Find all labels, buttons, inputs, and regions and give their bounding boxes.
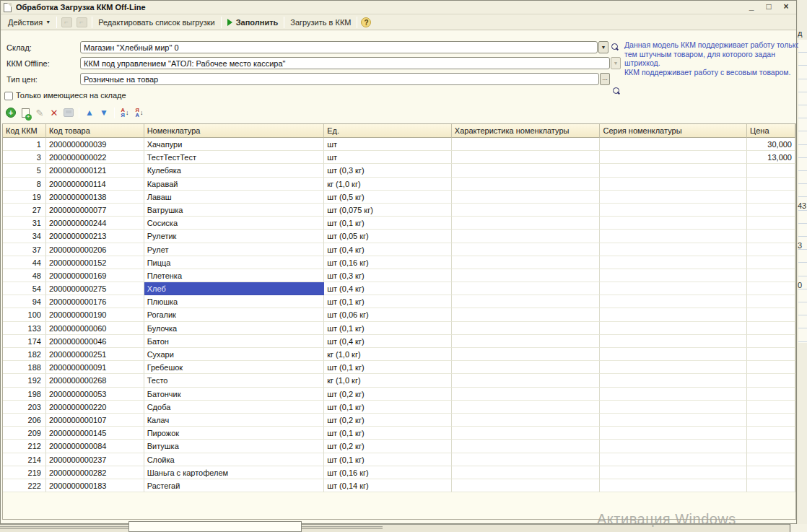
table-cell[interactable]: 2000000000152 bbox=[46, 256, 144, 269]
table-cell[interactable]: 94 bbox=[3, 295, 46, 308]
column-header[interactable]: Ед. bbox=[324, 124, 452, 138]
table-cell[interactable]: шт (0,1 кг) bbox=[324, 401, 452, 414]
table-cell[interactable]: 44 bbox=[3, 256, 46, 269]
table-cell[interactable]: 31 bbox=[3, 217, 46, 230]
table-row[interactable]: 342000000000213Рулетикшт (0,05 кг) bbox=[3, 230, 795, 243]
table-cell[interactable]: 54 bbox=[3, 282, 46, 295]
table-cell[interactable]: 212 bbox=[3, 440, 46, 453]
table-row[interactable]: 1982000000000053Батончикшт (0,2 кг) bbox=[3, 388, 795, 401]
table-cell[interactable] bbox=[600, 348, 747, 361]
table-cell[interactable] bbox=[600, 361, 747, 374]
table-cell[interactable]: шт (0,3 кг) bbox=[324, 164, 452, 177]
table-cell[interactable] bbox=[747, 479, 795, 492]
table-cell[interactable] bbox=[747, 388, 795, 401]
table-cell[interactable]: шт bbox=[324, 138, 452, 151]
table-cell[interactable] bbox=[452, 427, 601, 440]
table-cell[interactable]: шт (0,1 кг) bbox=[324, 453, 452, 466]
table-cell[interactable]: шт (0,1 кг) bbox=[324, 427, 452, 440]
table-row[interactable]: 192000000000138Лавашшт (0,5 кг) bbox=[3, 191, 795, 204]
table-cell[interactable] bbox=[747, 466, 795, 479]
table-row[interactable]: 12000000000039Хачапуришт30,000 bbox=[3, 138, 795, 151]
table-cell[interactable]: 2000000000176 bbox=[46, 295, 144, 308]
table-cell[interactable]: 100 bbox=[3, 308, 46, 321]
table-row[interactable]: 2192000000000282Шаньга с картофелемшт (0… bbox=[3, 466, 795, 479]
only-in-stock-checkbox[interactable] bbox=[4, 92, 13, 100]
table-cell[interactable]: Слойка bbox=[144, 453, 325, 466]
table-cell[interactable]: 34 bbox=[3, 230, 46, 243]
table-cell[interactable]: шт (0,2 кг) bbox=[324, 440, 452, 453]
table-cell[interactable]: 48 bbox=[3, 269, 46, 282]
table-cell[interactable]: Витушка bbox=[144, 440, 325, 453]
table-cell[interactable]: шт bbox=[324, 151, 452, 164]
table-cell[interactable] bbox=[452, 191, 601, 204]
table-cell[interactable]: Плетенка bbox=[144, 269, 325, 282]
table-cell[interactable] bbox=[452, 453, 601, 466]
table-cell[interactable] bbox=[452, 361, 601, 374]
table-cell[interactable] bbox=[600, 414, 747, 427]
table-cell[interactable] bbox=[747, 361, 795, 374]
table-cell[interactable] bbox=[452, 282, 601, 295]
table-cell[interactable]: шт (0,2 кг) bbox=[324, 388, 452, 401]
table-cell[interactable]: Хачапури bbox=[144, 138, 325, 151]
table-cell[interactable] bbox=[452, 308, 601, 321]
table-cell[interactable] bbox=[452, 401, 601, 414]
table-cell[interactable] bbox=[600, 282, 747, 295]
table-row[interactable]: 32000000000022ТестТестТестшт13,000 bbox=[3, 151, 795, 164]
table-row[interactable]: 2222000000000183Растегайшт (0,14 кг) bbox=[3, 479, 795, 492]
table-cell[interactable]: 2000000000213 bbox=[46, 230, 144, 243]
table-cell[interactable]: ТестТестТест bbox=[144, 151, 325, 164]
help-icon[interactable]: ? bbox=[361, 17, 371, 27]
table-cell[interactable]: 219 bbox=[3, 466, 46, 479]
table-cell[interactable]: 2000000000251 bbox=[46, 348, 144, 361]
table-cell[interactable] bbox=[600, 217, 747, 230]
table-cell[interactable] bbox=[747, 348, 795, 361]
column-header[interactable]: Характеристика номенклатуры bbox=[452, 124, 601, 138]
table-cell[interactable]: 2000000000060 bbox=[46, 322, 144, 335]
sort-ascending-button[interactable]: А Я ↓ bbox=[119, 107, 131, 118]
table-cell[interactable]: 2000000000138 bbox=[46, 191, 144, 204]
table-cell[interactable] bbox=[747, 401, 795, 414]
maximize-button[interactable]: □ bbox=[763, 1, 775, 13]
table-cell[interactable] bbox=[452, 269, 601, 282]
table-cell[interactable]: 2000000000206 bbox=[46, 243, 144, 256]
table-cell[interactable]: Булочка bbox=[144, 322, 325, 335]
table-cell[interactable] bbox=[452, 230, 601, 243]
table-cell[interactable]: 13,000 bbox=[747, 151, 795, 164]
table-cell[interactable] bbox=[600, 230, 747, 243]
table-cell[interactable] bbox=[452, 335, 601, 348]
table-cell[interactable]: Пирожок bbox=[144, 427, 325, 440]
table-cell[interactable] bbox=[452, 295, 601, 308]
table-cell[interactable] bbox=[452, 374, 601, 387]
table-cell[interactable]: 203 bbox=[3, 401, 46, 414]
table-cell[interactable]: шт (0,4 кг) bbox=[324, 335, 452, 348]
table-cell[interactable]: шт (0,1 кг) bbox=[324, 322, 452, 335]
add-row-button[interactable]: + bbox=[5, 107, 17, 118]
table-cell[interactable]: шт (0,05 кг) bbox=[324, 230, 452, 243]
table-cell[interactable]: 174 bbox=[3, 335, 46, 348]
table-cell[interactable]: 2000000000268 bbox=[46, 374, 144, 387]
table-cell[interactable]: Хлеб bbox=[144, 282, 325, 295]
table-cell[interactable] bbox=[747, 269, 795, 282]
copy-row-button[interactable] bbox=[19, 107, 31, 118]
table-cell[interactable]: 222 bbox=[3, 479, 46, 492]
table-cell[interactable]: шт (0,4 кг) bbox=[324, 243, 452, 256]
kkm-offline-dropdown-button[interactable]: ▼ bbox=[611, 57, 621, 69]
table-cell[interactable]: Растегай bbox=[144, 479, 325, 492]
price-type-more-button[interactable]: ... bbox=[600, 73, 610, 85]
table-cell[interactable] bbox=[600, 322, 747, 335]
table-cell[interactable] bbox=[600, 151, 747, 164]
table-cell[interactable]: Батончик bbox=[144, 388, 325, 401]
table-cell[interactable] bbox=[600, 204, 747, 217]
undo-icon[interactable] bbox=[61, 17, 72, 27]
table-row[interactable]: 2142000000000237Слойкашт (0,1 кг) bbox=[3, 453, 795, 466]
table-cell[interactable]: Ватрушка bbox=[144, 204, 325, 217]
table-cell[interactable] bbox=[747, 178, 795, 191]
table-cell[interactable]: 19 bbox=[3, 191, 46, 204]
minimize-button[interactable]: _ bbox=[746, 1, 757, 13]
table-cell[interactable]: шт (0,2 кг) bbox=[324, 414, 452, 427]
table-cell[interactable] bbox=[452, 217, 601, 230]
table-cell[interactable] bbox=[452, 243, 601, 256]
table-cell[interactable] bbox=[747, 164, 795, 177]
edit-unload-list-button[interactable]: Редактировать список выгрузки bbox=[95, 16, 219, 29]
table-cell[interactable]: 182 bbox=[3, 348, 46, 361]
